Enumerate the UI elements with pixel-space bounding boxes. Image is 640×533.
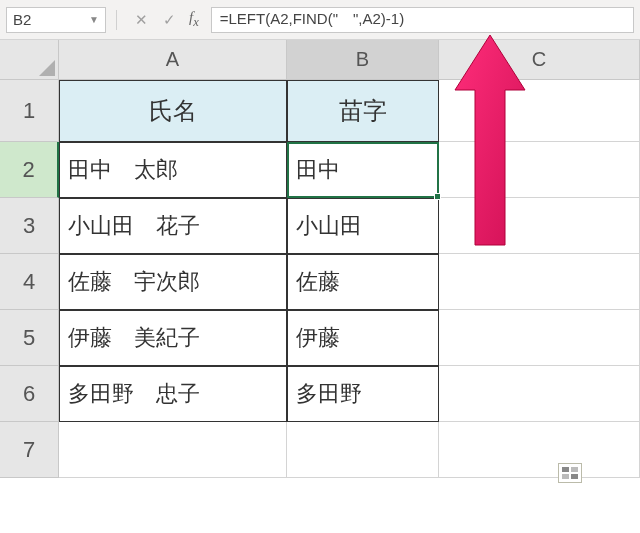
cell-grid: 氏名 苗字 田中 太郎 田中 小山田 花子 小山田 佐藤 宇次郎 佐藤 伊藤 美… (59, 80, 640, 478)
row-header-4[interactable]: 4 (0, 254, 59, 310)
cell-c4[interactable] (439, 254, 640, 310)
cell-a1[interactable]: 氏名 (59, 80, 287, 142)
formula-text: =LEFT(A2,FIND(" ",A2)-1) (220, 10, 404, 29)
cell-a6[interactable]: 多田野 忠子 (59, 366, 287, 422)
col-header-b[interactable]: B (287, 40, 439, 80)
cell-b1[interactable]: 苗字 (287, 80, 439, 142)
svg-rect-1 (562, 467, 569, 472)
cell-a2[interactable]: 田中 太郎 (59, 142, 287, 198)
row-header-2[interactable]: 2 (0, 142, 59, 198)
enter-formula-button[interactable]: ✓ (158, 7, 180, 33)
svg-rect-3 (562, 474, 569, 479)
formula-input[interactable]: =LEFT(A2,FIND(" ",A2)-1) (211, 7, 634, 33)
cell-b7[interactable] (287, 422, 439, 478)
cell-b3[interactable]: 小山田 (287, 198, 439, 254)
row-headers: 1 2 3 4 5 6 7 (0, 80, 59, 478)
svg-rect-2 (571, 467, 578, 472)
row-header-1[interactable]: 1 (0, 80, 59, 142)
row-header-5[interactable]: 5 (0, 310, 59, 366)
cell-b2[interactable]: 田中 (287, 142, 439, 198)
cell-c1[interactable] (439, 80, 640, 142)
cell-c3[interactable] (439, 198, 640, 254)
cancel-formula-button[interactable]: ✕ (130, 7, 152, 33)
name-box[interactable]: B2 ▼ (6, 7, 106, 33)
cell-b4[interactable]: 佐藤 (287, 254, 439, 310)
column-headers: A B C (59, 40, 640, 80)
cell-a4[interactable]: 佐藤 宇次郎 (59, 254, 287, 310)
cell-c7[interactable] (439, 422, 640, 478)
cell-c5[interactable] (439, 310, 640, 366)
name-box-value: B2 (13, 11, 31, 28)
cell-c6[interactable] (439, 366, 640, 422)
cell-a5[interactable]: 伊藤 美紀子 (59, 310, 287, 366)
row-header-6[interactable]: 6 (0, 366, 59, 422)
cell-c2[interactable] (439, 142, 640, 198)
row-header-7[interactable]: 7 (0, 422, 59, 478)
name-box-dropdown-icon[interactable]: ▼ (89, 14, 99, 25)
col-header-c[interactable]: C (439, 40, 640, 80)
cell-a7[interactable] (59, 422, 287, 478)
svg-rect-4 (571, 474, 578, 479)
fx-icon[interactable]: fx (189, 9, 199, 30)
cell-b6[interactable]: 多田野 (287, 366, 439, 422)
col-header-a[interactable]: A (59, 40, 287, 80)
formula-bar: B2 ▼ ✕ ✓ fx =LEFT(A2,FIND(" ",A2)-1) (0, 0, 640, 40)
row-header-3[interactable]: 3 (0, 198, 59, 254)
cell-b5[interactable]: 伊藤 (287, 310, 439, 366)
select-all-corner[interactable] (0, 40, 59, 80)
cell-a3[interactable]: 小山田 花子 (59, 198, 287, 254)
divider (116, 10, 117, 30)
autofill-options-button[interactable] (558, 463, 582, 483)
